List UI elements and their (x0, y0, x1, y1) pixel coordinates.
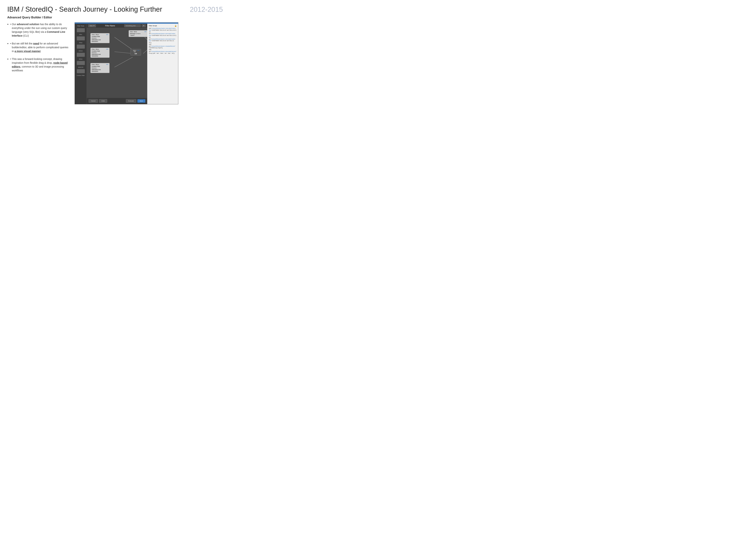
andor-title: AND / OR (132, 50, 137, 52)
section-title: Advanced Query Builder / Editor (7, 16, 223, 19)
bullet-list: • Our advanced solution has the ability … (7, 22, 69, 73)
ft-custom-section: Custom Filter (75, 69, 87, 77)
lock-icon: 🔒 (174, 25, 177, 27)
node-edit-btn[interactable]: Edit (144, 31, 146, 32)
andor-label: AND/OR (78, 66, 83, 68)
bold-visual: a more visual manner (15, 50, 41, 53)
content-text: Between (92, 52, 96, 53)
node-edit-btn[interactable]: Edit (106, 64, 108, 65)
script-content: ((att:"/Library/Attributes/System meta-d… (149, 27, 177, 54)
content-bold2: 03/01/2013 and03/31/2013 (92, 69, 101, 72)
node-content: Creation Date Between 03/01/2012 and03/3… (92, 50, 108, 57)
filter-where-btn[interactable] (77, 45, 85, 49)
bullet-marker: • (10, 22, 12, 26)
filter-what-btn[interactable] (77, 36, 85, 40)
list-item: • Our advanced solution has the ability … (7, 22, 69, 38)
filter-custom-btn[interactable] (77, 69, 85, 73)
view-select[interactable]: View ▼ (88, 24, 96, 27)
bold-cli: Command Line Interface (12, 30, 65, 37)
undo-button[interactable]: Undo (99, 99, 107, 103)
canvas-body: Filter: When Edit Creation Date Between … (87, 28, 147, 97)
filter-name-input[interactable]: Something else (124, 24, 141, 27)
script-text-9: (att:" (149, 51, 151, 52)
script-or-2: OR (149, 36, 151, 38)
ft-andor-section: AND/OR (75, 61, 87, 68)
node-content: Creation Date Between 03/01/2013 and03/3… (92, 65, 108, 72)
node-header: Filter: What Edit (130, 31, 146, 32)
what-label: What (79, 42, 82, 44)
save-button[interactable]: Save (137, 99, 145, 103)
node-header: Filter: When Edit (92, 49, 108, 50)
filter-when-node-1: Filter: When Edit Creation Date Between … (90, 33, 110, 43)
script-text-6: " IS BETWEEN "2011-01-01" and "2011-12-3… (149, 40, 174, 43)
content-bold2: 03/01/2011 and03/31/2011 (92, 39, 101, 42)
canvas-bottombar: Cancel Undo Evaluate Save (87, 97, 147, 104)
script-text-3: (att:" (149, 33, 151, 34)
node-header: Filter: When Edit (92, 64, 108, 65)
node-title: Filter: When (92, 64, 99, 65)
andor-header: AND / OR Edit (132, 50, 139, 52)
script-panel-title: Filter Script (149, 25, 157, 27)
script-panel: Filter Script 🔒 ((att:"/Library/Attribut… (147, 24, 178, 104)
ui-container: Filter Tools Who What Where (75, 22, 178, 104)
where-label: Where (79, 50, 83, 52)
content-bold2: 03/01/2012 and03/31/2012 (92, 54, 101, 57)
content-bold: Creation Date (92, 66, 100, 67)
filter-tools-panel: Filter Tools Who What Where (75, 24, 87, 104)
node-edit-btn[interactable]: Edit (106, 34, 108, 35)
script-or-1: OR (149, 31, 151, 33)
or-inner-label: OR (132, 53, 139, 55)
bold-advanced-solution: advanced solution (17, 23, 39, 26)
andor-edit-btn[interactable]: Edit (137, 50, 139, 52)
ui-inner: Filter Tools Who What Where (75, 24, 178, 104)
ft-when-section: When (75, 53, 87, 60)
right-column: Filter Tools Who What Where (75, 22, 223, 104)
filter-when-btn[interactable] (77, 53, 85, 57)
script-text-7: (att:" (149, 46, 151, 47)
view-label: View (89, 25, 93, 27)
view-chevron: ▼ (93, 25, 95, 27)
cancel-button[interactable]: Cancel (89, 99, 98, 103)
filter-andor-btn[interactable] (77, 61, 85, 65)
left-column: • Our advanced solution has the ability … (7, 22, 69, 104)
svg-line-1 (114, 52, 133, 54)
script-link-5[interactable]: /Library/Attributes/System meta-data/Ext… (151, 51, 176, 52)
toolbar-select2[interactable]: ▼ (142, 24, 146, 27)
when-label: When (79, 58, 83, 60)
node-content: Creation Date Between 03/01/2011 and03/3… (92, 36, 108, 42)
ft-where-section: Where (75, 45, 87, 52)
list-item: • This was a forward-looking concept, dr… (7, 57, 69, 73)
script-link-4[interactable]: /Library/Attributes/System metadata/file… (151, 46, 175, 47)
filter-when-node-3: Filter: When Edit Creation Date Between … (90, 63, 110, 73)
bold-node-editors: node-based editors (12, 61, 68, 68)
node-content: Filename contains "report" (130, 33, 146, 36)
script-text-4: " IS BETWEEN "2011-01-01" and "2011-12-3… (151, 35, 176, 36)
content-bold: Filename (130, 33, 135, 34)
filter-tools-label: Filter Tools (77, 25, 84, 27)
ft-who-section: Who (75, 28, 87, 36)
bullet-marker: • (10, 42, 12, 46)
bullet-text-1: Our advanced solution has the ability to… (12, 22, 69, 38)
filter-who-btn[interactable] (77, 28, 85, 32)
script-text-1: ((att:" (149, 28, 152, 29)
node-title: Filter: When (92, 34, 99, 35)
content-bold: Creation Date (92, 50, 100, 52)
svg-line-3 (143, 46, 147, 54)
bullet-marker: • (10, 57, 12, 61)
content-text: Between (92, 37, 96, 39)
canvas-toolbar: View ▼ Filter Name Something else ▼ (87, 24, 147, 28)
content-bold2: "report" (130, 35, 135, 36)
evaluate-button[interactable]: Evaluate (126, 99, 136, 103)
script-text-5: (att:" (149, 38, 151, 40)
svg-line-0 (114, 37, 133, 50)
content-area: • Our advanced solution has the ability … (7, 22, 223, 104)
node-title: Filter: What (130, 31, 137, 32)
list-item: • But we still felt the need for an adva… (7, 42, 69, 53)
year-label: 2012-2015 (190, 6, 223, 13)
node-title: Filter: When (92, 49, 99, 50)
filter-when-node-2: Filter: When Edit Creation Date Between … (90, 48, 110, 58)
bullet-text-3: This was a forward-looking concept, draw… (12, 57, 69, 73)
node-edit-btn[interactable]: Edit (106, 49, 108, 50)
bullet-text-2: But we still felt the need for an advanc… (12, 42, 69, 53)
andor-node-or: AND / OR Edit OR (131, 49, 141, 56)
